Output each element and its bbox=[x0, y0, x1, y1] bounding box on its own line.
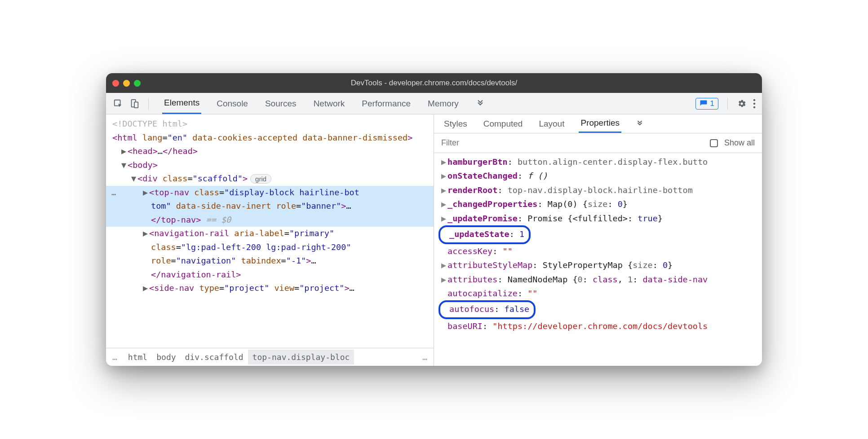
svg-point-5 bbox=[753, 106, 755, 108]
dom-doctype: <!DOCTYPE html> bbox=[106, 117, 434, 131]
maximize-icon[interactable] bbox=[134, 80, 141, 87]
property-row[interactable]: accessKey: "" bbox=[438, 244, 762, 258]
breadcrumb: … html body div.scaffold top-nav.display… bbox=[106, 348, 434, 366]
breadcrumb-item[interactable]: top-nav.display-bloc bbox=[248, 350, 354, 364]
tab-sources[interactable]: Sources bbox=[263, 93, 298, 114]
tab-performance[interactable]: Performance bbox=[360, 93, 412, 114]
main-toolbar: Elements Console Sources Network Perform… bbox=[106, 93, 762, 114]
tab-memory[interactable]: Memory bbox=[426, 93, 461, 114]
tab-network[interactable]: Network bbox=[312, 93, 347, 114]
tab-properties[interactable]: Properties bbox=[579, 114, 621, 133]
devtools-window: DevTools - developer.chrome.com/docs/dev… bbox=[106, 73, 762, 366]
window-title: DevTools - developer.chrome.com/docs/dev… bbox=[106, 79, 762, 88]
property-row[interactable]: ▶attributeStyleMap: StylePropertyMap {si… bbox=[438, 258, 762, 272]
filter-input[interactable] bbox=[441, 138, 704, 148]
tab-styles[interactable]: Styles bbox=[442, 114, 469, 133]
dom-side-nav[interactable]: ▶<side-nav type="project" view="project"… bbox=[106, 281, 434, 295]
eq0-label: == $0 bbox=[206, 215, 231, 224]
minimize-icon[interactable] bbox=[123, 80, 130, 87]
breadcrumb-item[interactable]: body bbox=[152, 350, 180, 364]
property-row[interactable]: ▶_changedProperties: Map(0) {size: 0} bbox=[438, 197, 762, 211]
tab-console[interactable]: Console bbox=[215, 93, 250, 114]
dom-scaffold[interactable]: ▼<div class="scaffold">grid bbox=[106, 172, 434, 186]
grid-badge[interactable]: grid bbox=[250, 174, 271, 184]
filter-row: Show all bbox=[434, 133, 762, 153]
content-area: <!DOCTYPE html> <html lang="en" data-coo… bbox=[106, 114, 762, 366]
settings-icon[interactable] bbox=[737, 99, 747, 109]
selection-indicator-icon: ⋯ bbox=[111, 188, 117, 201]
device-toggle-icon[interactable] bbox=[129, 99, 139, 109]
elements-panel: <!DOCTYPE html> <html lang="en" data-coo… bbox=[106, 114, 434, 366]
svg-point-4 bbox=[753, 102, 755, 104]
dom-tree[interactable]: <!DOCTYPE html> <html lang="en" data-coo… bbox=[106, 114, 434, 348]
property-row[interactable]: ▶attributes: NamedNodeMap {0: class, 1: … bbox=[438, 272, 762, 286]
breadcrumb-item[interactable]: div.scaffold bbox=[181, 350, 248, 364]
more-menu-icon[interactable] bbox=[753, 99, 756, 109]
dom-navigation-rail[interactable]: ▶<navigation-rail aria-label="primary" bbox=[106, 227, 434, 241]
property-row[interactable]: baseURI: "https://developer.chrome.com/d… bbox=[438, 319, 762, 333]
titlebar: DevTools - developer.chrome.com/docs/dev… bbox=[106, 73, 762, 93]
dom-body[interactable]: ▼<body> bbox=[106, 158, 434, 172]
panel-tabs: Elements Console Sources Network Perform… bbox=[162, 93, 487, 114]
issues-button[interactable]: 1 bbox=[695, 98, 718, 110]
property-row[interactable]: ▶hamburgerBtn: button.align-center.displ… bbox=[438, 155, 762, 169]
property-row[interactable]: autocapitalize: "" bbox=[438, 286, 762, 300]
issues-count: 1 bbox=[710, 99, 714, 108]
breadcrumb-next-icon[interactable]: … bbox=[422, 352, 427, 362]
separator bbox=[148, 98, 149, 110]
svg-rect-2 bbox=[134, 102, 138, 108]
property-row[interactable]: ▶onStateChanged: f () bbox=[438, 169, 762, 183]
breadcrumb-prev-icon[interactable]: … bbox=[112, 352, 117, 362]
breadcrumb-item[interactable]: html bbox=[124, 350, 152, 364]
close-icon[interactable] bbox=[112, 80, 119, 87]
dom-selected-node[interactable]: ⋯ ▶<top-nav class="display-block hairlin… bbox=[106, 186, 434, 227]
tab-elements[interactable]: Elements bbox=[162, 93, 201, 114]
show-all-checkbox[interactable] bbox=[710, 139, 718, 147]
inspect-icon[interactable] bbox=[113, 99, 123, 109]
tab-layout[interactable]: Layout bbox=[537, 114, 566, 133]
property-row[interactable]: ▶renderRoot: top-nav.display-block.hairl… bbox=[438, 183, 762, 197]
dom-html-open[interactable]: <html lang="en" data-cookies-accepted da… bbox=[106, 131, 434, 145]
property-row[interactable]: autofocus: false bbox=[438, 300, 762, 319]
more-tabs-icon[interactable] bbox=[634, 114, 646, 133]
sidebar-panel: Styles Computed Layout Properties Show a… bbox=[434, 114, 762, 366]
tab-computed[interactable]: Computed bbox=[482, 114, 525, 133]
property-row[interactable]: ▶_updatePromise: Promise {<fulfilled>: t… bbox=[438, 211, 762, 225]
show-all-label: Show all bbox=[724, 138, 755, 148]
dom-head[interactable]: ▶<head>…</head> bbox=[106, 145, 434, 158]
sidebar-tabs: Styles Computed Layout Properties bbox=[434, 114, 762, 133]
svg-point-3 bbox=[753, 99, 755, 101]
property-row[interactable]: _updateState: 1 bbox=[438, 225, 762, 244]
more-tabs-icon[interactable] bbox=[474, 93, 487, 114]
separator bbox=[727, 98, 728, 110]
window-controls bbox=[112, 80, 141, 87]
properties-list[interactable]: ▶hamburgerBtn: button.align-center.displ… bbox=[434, 153, 762, 366]
